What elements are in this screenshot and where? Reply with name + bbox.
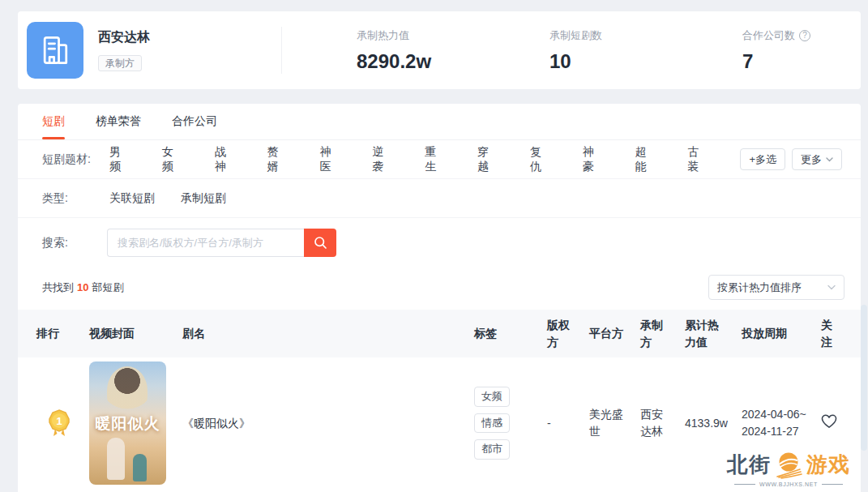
search-row: 搜索: xyxy=(18,218,861,267)
company-header-card: 西安达林 承制方 承制热力值 8290.2w 承制短剧数 10 合作公司数 ? … xyxy=(18,11,861,89)
col-header-platform: 平台方 xyxy=(589,325,640,341)
genre-filter-row: 短剧题材: 男频 女频 战神 赘婿 神医 逆袭 重生 穿越 复仇 神豪 超能 古… xyxy=(18,140,861,179)
rank-number: 1 xyxy=(47,415,71,427)
poster-figure xyxy=(133,454,147,481)
chevron-down-icon xyxy=(826,157,833,162)
follow-button[interactable] xyxy=(821,414,837,431)
search-input[interactable] xyxy=(107,229,304,257)
site-watermark: 北街 游戏 WWW.BJJHXS.NET xyxy=(719,447,858,492)
cell-copyright: - xyxy=(547,415,589,432)
cell-producer: 西安达林 xyxy=(640,406,685,440)
table-header: 排行 视频封面 剧名 标签 版权方 平台方 承制方 累计热力值 投放周期 关注 xyxy=(18,310,861,357)
tab-honors[interactable]: 榜单荣誉 xyxy=(96,104,141,139)
col-header-period: 投放周期 xyxy=(742,325,821,341)
genre-filter-label: 短剧题材: xyxy=(42,152,109,167)
tab-honors-label: 榜单荣誉 xyxy=(96,114,141,127)
stat-heat-value: 8290.2w xyxy=(357,50,475,73)
genre-option[interactable]: 战神 xyxy=(215,145,235,174)
genre-option[interactable]: 男频 xyxy=(109,145,130,174)
tag-chip: 都市 xyxy=(474,439,510,460)
col-header-copyright: 版权方 xyxy=(547,317,589,350)
results-prefix: 共找到 xyxy=(42,281,74,293)
stat-drama-count: 承制短剧数 10 xyxy=(475,28,668,73)
company-role-badge: 承制方 xyxy=(98,55,142,71)
col-header-rank: 排行 xyxy=(36,325,89,341)
watermark-name-left: 北街 xyxy=(727,451,771,479)
company-info: 西安达林 承制方 xyxy=(18,22,281,79)
results-count: 10 xyxy=(77,281,88,293)
stat-partner-count-value: 7 xyxy=(742,50,861,73)
multi-select-button[interactable]: +多选 xyxy=(740,148,785,170)
genre-option[interactable]: 重生 xyxy=(425,145,445,174)
watermark-dash xyxy=(734,484,755,485)
stat-heat-label: 承制热力值 xyxy=(357,28,475,43)
tab-bar: 短剧 榜单荣誉 合作公司 xyxy=(18,104,861,140)
sort-dropdown[interactable]: 按累计热力值排序 xyxy=(708,275,844,300)
tag-chip: 女频 xyxy=(474,387,510,407)
tab-duanju-label: 短剧 xyxy=(42,114,65,127)
page-scrollbar[interactable] xyxy=(861,0,868,492)
tab-partners[interactable]: 合作公司 xyxy=(172,104,217,139)
col-header-cover: 视频封面 xyxy=(89,325,182,341)
type-option[interactable]: 关联短剧 xyxy=(109,191,155,206)
info-icon[interactable]: ? xyxy=(799,30,810,41)
type-filter-label: 类型: xyxy=(42,191,109,206)
tag-chip: 情感 xyxy=(474,413,510,434)
drama-title-link[interactable]: 《暖阳似火》 xyxy=(182,417,250,430)
more-button[interactable]: 更多 xyxy=(792,148,842,170)
company-avatar xyxy=(27,22,83,79)
search-label: 搜索: xyxy=(42,236,107,250)
search-icon xyxy=(314,236,327,250)
tag-list: 女频 情感 都市 xyxy=(474,387,547,460)
type-filter-row: 类型: 关联短剧 承制短剧 xyxy=(18,179,861,218)
more-button-label: 更多 xyxy=(801,152,822,167)
main-panel: 短剧 榜单荣誉 合作公司 短剧题材: 男频 女频 战神 赘婿 神医 逆袭 重生 … xyxy=(18,104,861,492)
results-suffix: 部短剧 xyxy=(92,281,123,293)
col-header-title: 剧名 xyxy=(182,325,474,341)
cell-heat: 4133.9w xyxy=(685,415,742,432)
company-stats: 承制热力值 8290.2w 承制短剧数 10 合作公司数 ? 7 xyxy=(282,11,861,89)
results-row: 共找到10部短剧 按累计热力值排序 xyxy=(18,267,861,310)
poster-title-text: 暖阳似火 xyxy=(89,413,166,434)
genre-options: 男频 女频 战神 赘婿 神医 逆袭 重生 穿越 复仇 神豪 超能 古装 xyxy=(109,145,740,174)
genre-option[interactable]: 古装 xyxy=(687,145,708,174)
watermark-dash xyxy=(822,484,843,485)
genre-option[interactable]: 穿越 xyxy=(477,145,498,174)
search-button[interactable] xyxy=(304,229,336,257)
watermark-url: WWW.BJJHXS.NET xyxy=(759,481,818,487)
genre-option[interactable]: 复仇 xyxy=(530,145,550,174)
tab-partners-label: 合作公司 xyxy=(172,114,217,127)
genre-option[interactable]: 赘婿 xyxy=(267,145,288,174)
rank-1-medal-icon: 1 xyxy=(47,409,71,437)
genre-option[interactable]: 女频 xyxy=(162,145,182,174)
heart-icon xyxy=(821,414,837,429)
stat-drama-count-value: 10 xyxy=(549,50,668,73)
cell-platform: 美光盛世 xyxy=(589,406,640,440)
stat-partner-count: 合作公司数 ? 7 xyxy=(668,28,861,73)
genre-option[interactable]: 超能 xyxy=(635,145,656,174)
type-options: 关联短剧 承制短剧 xyxy=(109,191,844,206)
scrollbar-thumb[interactable] xyxy=(861,305,867,451)
col-header-tags: 标签 xyxy=(474,325,547,341)
genre-filter-actions: +多选 更多 xyxy=(740,148,842,170)
poster-figure xyxy=(107,366,148,415)
company-meta: 西安达林 承制方 xyxy=(98,29,150,71)
sun-wheat-logo-icon xyxy=(772,451,805,479)
genre-option[interactable]: 神医 xyxy=(319,145,340,174)
drama-poster-thumbnail[interactable]: 暖阳似火 xyxy=(89,362,166,485)
genre-option[interactable]: 神豪 xyxy=(583,145,603,174)
type-option[interactable]: 承制短剧 xyxy=(181,191,226,206)
tab-duanju[interactable]: 短剧 xyxy=(42,104,65,139)
sort-dropdown-value: 按累计热力值排序 xyxy=(717,280,802,295)
col-header-producer: 承制方 xyxy=(640,317,685,350)
results-summary: 共找到10部短剧 xyxy=(42,280,123,295)
col-header-heat: 累计热力值 xyxy=(685,317,742,350)
poster-figure xyxy=(107,438,125,480)
stat-drama-count-label: 承制短剧数 xyxy=(549,28,668,43)
watermark-name-right: 游戏 xyxy=(806,451,850,479)
company-name: 西安达林 xyxy=(98,29,150,46)
genre-option[interactable]: 逆袭 xyxy=(372,145,392,174)
building-icon xyxy=(37,32,73,68)
cell-period: 2024-04-06~2024-11-27 xyxy=(742,406,821,440)
col-header-follow: 关注 xyxy=(821,317,845,350)
